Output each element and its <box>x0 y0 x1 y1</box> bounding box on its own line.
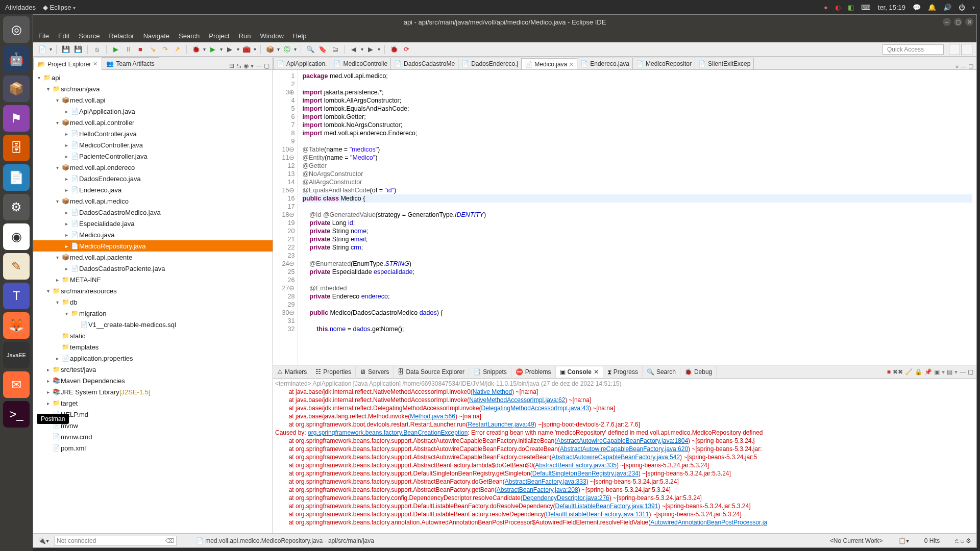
tree-item[interactable]: ▾📦med.voll.api.paciente <box>33 252 273 263</box>
volume-icon[interactable]: 🔊 <box>943 4 951 11</box>
tree-item[interactable]: ▸📁target <box>33 397 273 409</box>
tree-item[interactable]: ▸📁META-INF <box>33 274 273 285</box>
toggle-button[interactable]: 🔖 <box>317 44 328 55</box>
properties-tab[interactable]: ☷ Properties <box>311 366 356 378</box>
tree-item[interactable]: ▸📚JRE System Library [J2SE-1.5] <box>33 386 273 397</box>
tree-item-project[interactable]: ▾📁api <box>33 72 273 83</box>
dse-tab[interactable]: 🗄 Data Source Explorer <box>394 366 469 378</box>
quick-access-input[interactable]: Quick Access <box>883 44 944 55</box>
dock-files-icon[interactable]: 🗄 <box>3 135 30 161</box>
app-menu[interactable]: ◆ Eclipse ▾ <box>43 4 76 11</box>
minimize-icon[interactable]: — <box>961 63 966 69</box>
tree-item[interactable]: 📄mvnw.cmd <box>33 431 273 442</box>
step-return-button[interactable]: ↗ <box>172 44 182 55</box>
maximize-icon[interactable]: ▢ <box>968 63 973 69</box>
menu-refactor[interactable]: Refactor <box>109 32 134 40</box>
perspective-button[interactable] <box>961 44 972 55</box>
project-tree[interactable]: ▾📁api ▾📁src/main/java ▾📦med.voll.api ▸📄A… <box>33 70 273 533</box>
maximize-view-icon[interactable]: ▢ <box>264 62 270 69</box>
terminate-button[interactable]: ■ <box>135 44 145 55</box>
close-button[interactable]: ✕ <box>965 18 973 26</box>
snippets-tab[interactable]: 📑 Snippets <box>469 366 511 378</box>
tree-item[interactable]: ▾📁src/main/resources <box>33 285 273 296</box>
tree-item[interactable]: ▸📄DadosCadastroPaciente.java <box>33 263 273 274</box>
tree-item[interactable]: 📄pom.xml <box>33 442 273 454</box>
dock-firefox-icon[interactable]: 🦊 <box>3 312 30 339</box>
tree-item[interactable]: ▸📄DadosEndereco.java <box>33 173 273 184</box>
clock[interactable]: ter, 15:19 <box>878 4 905 11</box>
bug-icon[interactable]: 🐞 <box>389 44 399 55</box>
tree-item[interactable]: ▸📁src/test/java <box>33 364 273 375</box>
servers-tab[interactable]: 🖥 Servers <box>356 366 394 378</box>
tree-item[interactable]: ▸📄ApiApplication.java <box>33 106 273 117</box>
tree-item[interactable]: ▾📦med.voll.api.controller <box>33 117 273 128</box>
save-all-button[interactable]: 💾 <box>73 44 83 55</box>
dock-app-icon[interactable]: ⚑ <box>3 105 30 132</box>
menu-run[interactable]: Run <box>239 32 251 40</box>
focus-icon[interactable]: ◉ <box>243 62 249 69</box>
step-over-button[interactable]: ↷ <box>160 44 170 55</box>
project-explorer-tab[interactable]: 📂 Project Explorer ✕ <box>33 58 102 70</box>
minimize-icon[interactable]: — <box>960 368 966 375</box>
tree-item[interactable]: ▾📦med.voll.api.endereco <box>33 162 273 173</box>
debug-tab[interactable]: 🐞 Debug <box>680 366 717 378</box>
maximize-icon[interactable]: ▢ <box>968 368 973 375</box>
forward-button[interactable]: ▶ <box>365 44 376 55</box>
tree-item[interactable]: ▸📄Especialidade.java <box>33 218 273 229</box>
menu-edit[interactable]: Edit <box>58 32 69 40</box>
tree-item-selected[interactable]: ▸📄MedicoRepository.java <box>33 240 273 252</box>
clear-icon[interactable]: 🧹 <box>905 368 913 375</box>
notifications-icon[interactable]: 💬 <box>913 4 921 11</box>
tray-icon[interactable]: ● <box>824 4 828 11</box>
task-icon[interactable]: 📋▾ <box>898 537 909 544</box>
connection-status[interactable]: Not connected⌫ <box>54 536 177 546</box>
skip-breakpoints-button[interactable]: ⦸ <box>92 44 102 55</box>
editor-tab[interactable]: 📄 SilentExitExcep <box>695 58 754 69</box>
refresh-button[interactable]: ⟳ <box>401 44 411 55</box>
tree-item[interactable]: ▾📦med.voll.api.medico <box>33 195 273 207</box>
new-button[interactable]: 📄 <box>37 44 47 55</box>
pin-icon[interactable]: 📌 <box>924 368 932 375</box>
tree-item[interactable]: ▸📄MedicoController.java <box>33 139 273 151</box>
tree-item[interactable]: ▸📄Endereco.java <box>33 184 273 195</box>
tree-item[interactable]: ▸📄PacienteController.java <box>33 151 273 162</box>
progress-tab[interactable]: ⧗ Progress <box>603 366 643 378</box>
new-package-button[interactable]: 📦 <box>265 44 275 55</box>
power-icon[interactable]: ⏻ <box>959 4 965 11</box>
run-button[interactable]: ▶ <box>208 44 218 55</box>
editor-tab[interactable]: 📄 ApiApplication. <box>273 58 330 69</box>
tree-item[interactable]: ▸📄application.properties <box>33 353 273 364</box>
terminate-icon[interactable]: ■ <box>887 368 891 375</box>
back-button[interactable]: ◀ <box>349 44 359 55</box>
team-artifacts-tab[interactable]: 👥 Team Artifacts <box>102 57 159 69</box>
console-output[interactable]: <terminated> ApiApplication [Java Applic… <box>273 379 976 533</box>
new-class-button[interactable]: Ⓒ <box>282 44 292 55</box>
search-tab[interactable]: 🔍 Search <box>643 366 680 378</box>
tree-item[interactable]: ▾📁src/main/java <box>33 83 273 94</box>
console-tab[interactable]: ▣ Console ✕ <box>556 366 603 378</box>
dock-chrome-icon[interactable]: ◉ <box>3 223 30 250</box>
view-menu-icon[interactable]: ▾ <box>251 62 254 69</box>
tray-icon[interactable]: ◐ <box>835 4 841 11</box>
display-icon[interactable]: ▣ <box>934 368 940 375</box>
minimize-button[interactable]: – <box>943 18 951 26</box>
save-button[interactable]: 💾 <box>61 44 71 55</box>
debug-button[interactable]: 🐞 <box>191 44 201 55</box>
tree-item[interactable]: ▸📄HelloController.java <box>33 128 273 139</box>
task-status[interactable]: <No Current Work> <box>830 537 883 544</box>
suspend-button[interactable]: ⏸ <box>123 44 133 55</box>
perspective-button[interactable] <box>949 44 960 55</box>
tree-item[interactable]: 📁templates <box>33 341 273 353</box>
maximize-button[interactable]: ▢ <box>954 18 962 26</box>
editor-tab[interactable]: 📄 MedicoControlle <box>330 58 391 69</box>
tree-item[interactable]: ▾📦med.voll.api <box>33 94 273 106</box>
dock-app-icon[interactable]: 🤖 <box>3 46 30 72</box>
dock-terminal-icon[interactable]: >_ <box>3 401 30 428</box>
menu-navigate[interactable]: Navigate <box>143 32 169 40</box>
editor-tab-active[interactable]: 📄 Medico.java ✕ <box>521 58 577 70</box>
run-last-button[interactable]: ▶ <box>225 44 235 55</box>
collapse-all-icon[interactable]: ⊟ <box>229 62 234 69</box>
problems-tab[interactable]: ⛔ Problems <box>511 366 556 378</box>
code-content[interactable]: package med.voll.api.medico; import jaka… <box>298 70 976 365</box>
tree-item[interactable]: 📁static <box>33 330 273 341</box>
